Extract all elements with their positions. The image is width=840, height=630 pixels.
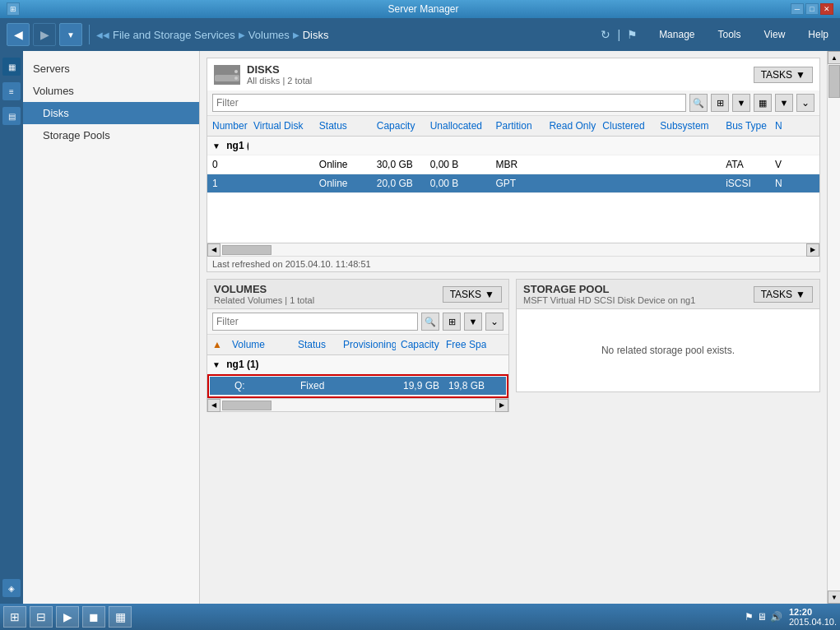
volumes-filter-bar: 🔍 ⊞ ▼ ⌄ — [207, 309, 508, 335]
vol-col-status[interactable]: Status — [293, 337, 338, 352]
disks-col-vdisk[interactable]: Virtual Disk — [248, 118, 314, 133]
volumes-columns-icon[interactable]: ⊞ — [443, 313, 461, 331]
refresh-icon[interactable]: ↻ — [601, 28, 610, 41]
disk-1-bus: iSCSI — [721, 176, 770, 191]
menu-manage[interactable]: Manage — [654, 25, 699, 44]
disk-row-0[interactable]: 0 Online 30,0 GB 0,00 B MBR ATA V — [207, 155, 819, 174]
scroll-x-right[interactable]: ▶ — [806, 243, 819, 257]
storage-pool-header: STORAGE POOL MSFT Virtual HD SCSI Disk D… — [517, 280, 819, 309]
vol-group-expand-icon: ▼ — [212, 360, 220, 369]
disks-col-bustype[interactable]: Bus Type — [721, 118, 770, 133]
vol-col-volume[interactable]: Volume — [227, 337, 293, 352]
volumes-expand-button[interactable]: ⌄ — [485, 313, 504, 331]
vol-scroll-thumb[interactable] — [222, 401, 271, 410]
disks-group-row[interactable]: ▼ ng1 (2) — [207, 137, 819, 155]
scroll-thumb[interactable] — [828, 65, 840, 98]
disks-col-status[interactable]: Status — [314, 118, 372, 133]
volumes-filter-dropdown[interactable]: ▼ — [464, 313, 482, 331]
disks-col-unallocated[interactable]: Unallocated — [425, 118, 491, 133]
breadcrumb-arrow-1: ▶ — [239, 30, 245, 39]
volumes-filter-input[interactable] — [212, 313, 418, 331]
volumes-search-icon[interactable]: 🔍 — [421, 313, 439, 331]
disks-expand-button[interactable]: ⌄ — [796, 94, 814, 112]
disks-col-clustered[interactable]: Clustered — [597, 118, 655, 133]
scroll-track[interactable] — [828, 64, 840, 591]
sidebar-item-storage-pools[interactable]: Storage Pools — [23, 124, 199, 146]
tray-sound-icon[interactable]: 🔊 — [770, 611, 782, 623]
maximize-button[interactable]: □ — [805, 3, 819, 15]
breadcrumb-file-storage[interactable]: File and Storage Services — [113, 29, 235, 41]
menu-tools[interactable]: Tools — [713, 25, 746, 44]
sidebar-icon-storage[interactable]: ▤ — [2, 107, 21, 125]
sidebar-item-volumes[interactable]: Volumes — [23, 80, 199, 102]
vol-scroll-track[interactable] — [220, 399, 495, 411]
vol-col-provisioning[interactable]: Provisioning — [338, 337, 396, 352]
vol-col-warn[interactable]: ▲ — [207, 337, 227, 352]
scroll-up-button[interactable]: ▲ — [828, 51, 840, 64]
disk-0-cap: 30,0 GB — [372, 157, 425, 172]
close-button[interactable]: ✕ — [820, 3, 833, 15]
start-button[interactable]: ⊞ — [3, 606, 26, 628]
disk-0-name: V — [770, 157, 819, 172]
disks-col-partition[interactable]: Partition — [491, 118, 545, 133]
storage-pool-tasks-button[interactable]: TASKS ▼ — [754, 286, 813, 303]
taskbar-clock[interactable]: 12:20 2015.04.10. — [789, 607, 837, 627]
vol-col-capacity[interactable]: Capacity — [396, 337, 441, 352]
sidebar-icon-arrow[interactable]: ◈ — [2, 579, 21, 597]
disks-col-readonly[interactable]: Read Only — [544, 118, 597, 133]
disks-filter-input[interactable] — [212, 94, 686, 112]
disks-search-icon[interactable]: 🔍 — [689, 94, 708, 112]
disk-row-1[interactable]: 1 Online 20,0 GB 0,00 B GPT iSCSI N — [207, 174, 819, 193]
forward-button[interactable]: ▶ — [33, 23, 56, 46]
scroll-down-button[interactable]: ▼ — [828, 591, 840, 604]
sidebar-item-disks[interactable]: Disks — [23, 102, 199, 124]
vol-col-freespace[interactable]: Free Spa — [441, 337, 486, 352]
storage-pool-no-data: No related storage pool exists. — [517, 309, 819, 391]
back-button[interactable]: ◀ — [7, 23, 30, 46]
scroll-x-track[interactable] — [220, 243, 806, 256]
volumes-subtitle: Related Volumes | 1 total — [214, 295, 314, 305]
disks-tasks-button[interactable]: TASKS ▼ — [754, 67, 813, 83]
disks-title: DISKS — [247, 63, 312, 76]
volumes-tasks-button[interactable]: TASKS ▼ — [443, 286, 502, 303]
disks-view-icon[interactable]: ▦ — [754, 94, 772, 112]
disk-0-status: Online — [314, 157, 372, 172]
disks-col-capacity[interactable]: Capacity — [372, 118, 425, 133]
title-bar: ⊞ Server Manager ─ □ ✕ — [0, 0, 840, 18]
disk-0-num: 0 — [207, 157, 248, 172]
sidebar-icon-list[interactable]: ≡ — [2, 82, 21, 100]
disks-scrollbar-x[interactable]: ◀ ▶ — [207, 243, 819, 256]
taskbar-app-3[interactable]: ◼ — [82, 606, 105, 628]
volume-row-0[interactable]: Q: Fixed 19,9 GB 19,8 GB — [210, 377, 506, 396]
taskbar-app-2[interactable]: ▶ — [56, 606, 79, 628]
taskbar-app-1[interactable]: ⊟ — [30, 606, 53, 628]
vol-scroll-right[interactable]: ▶ — [495, 399, 508, 412]
disks-filter-dropdown[interactable]: ▼ — [732, 94, 750, 112]
volumes-title: VOLUMES — [214, 283, 314, 295]
taskbar-app-4[interactable]: ▦ — [109, 606, 132, 628]
disks-col-name[interactable]: N — [770, 118, 819, 133]
sidebar-item-servers[interactable]: Servers — [23, 58, 199, 80]
main-scrollbar[interactable]: ▲ ▼ — [827, 51, 840, 604]
volumes-scrollbar-x[interactable]: ◀ ▶ — [207, 398, 508, 411]
volumes-tasks-arrow: ▼ — [485, 289, 494, 300]
flag-icon[interactable]: ⚑ — [627, 28, 638, 41]
disk-1-unalloc: 0,00 B — [425, 176, 491, 191]
vol-scroll-left[interactable]: ◀ — [207, 399, 220, 412]
volumes-group-row[interactable]: ▼ ng1 (1) — [207, 355, 508, 374]
scroll-x-thumb[interactable] — [222, 245, 271, 255]
disks-view-dropdown[interactable]: ▼ — [775, 94, 793, 112]
scroll-x-left[interactable]: ◀ — [207, 243, 220, 257]
menu-help[interactable]: Help — [803, 25, 833, 44]
tray-network-icon[interactable]: 🖥 — [757, 611, 767, 623]
disks-col-number[interactable]: Number — [207, 118, 248, 133]
dropdown-button[interactable]: ▼ — [59, 23, 82, 46]
minimize-button[interactable]: ─ — [791, 3, 804, 15]
svg-point-2 — [234, 70, 238, 73]
disks-col-subsystem[interactable]: Subsystem — [655, 118, 721, 133]
disks-columns-icon[interactable]: ⊞ — [711, 94, 729, 112]
tray-flag-icon[interactable]: ⚑ — [745, 611, 754, 623]
menu-view[interactable]: View — [759, 25, 791, 44]
breadcrumb-volumes[interactable]: Volumes — [248, 29, 290, 41]
sidebar-icon-dashboard[interactable]: ▦ — [2, 58, 21, 76]
